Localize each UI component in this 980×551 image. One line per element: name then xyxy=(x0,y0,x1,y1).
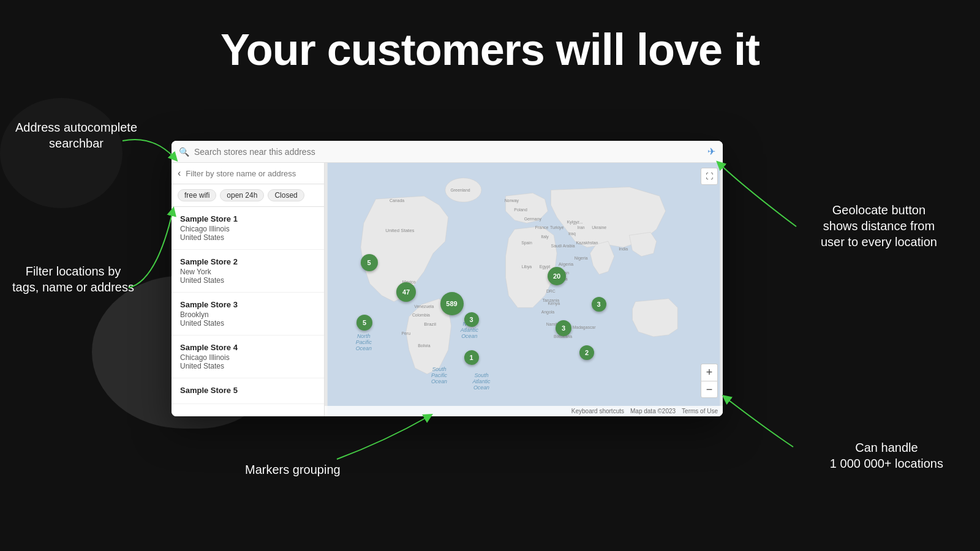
store-country-1: United States xyxy=(180,233,315,242)
store-item-4[interactable]: Sample Store 4 Chicago Illinois United S… xyxy=(172,335,324,378)
svg-text:Nigeria: Nigeria xyxy=(575,256,588,261)
svg-text:Ocean: Ocean xyxy=(356,345,372,351)
map-svg: North Pacific Ocean North Atlantic Ocean… xyxy=(325,163,723,416)
tag-free-wifi[interactable]: free wifi xyxy=(178,189,216,201)
geolocate-button[interactable]: ✈ xyxy=(707,146,715,157)
svg-text:Pacific: Pacific xyxy=(431,372,448,378)
annotation-autocomplete: Address autocompletesearchbar xyxy=(15,119,137,151)
marker-1[interactable]: 1 xyxy=(464,350,479,365)
svg-text:Spain: Spain xyxy=(521,241,532,246)
svg-text:Pacific: Pacific xyxy=(356,339,372,345)
svg-text:Ocean: Ocean xyxy=(461,333,477,339)
marker-20[interactable]: 20 xyxy=(548,267,566,285)
svg-text:Saudi Arabia: Saudi Arabia xyxy=(551,244,575,248)
svg-text:Kazakhstan: Kazakhstan xyxy=(576,241,598,245)
svg-text:Libya: Libya xyxy=(522,265,532,270)
store-city-3: Brooklyn xyxy=(180,310,315,319)
store-city-4: Chicago Illinois xyxy=(180,353,315,362)
svg-text:Brazil: Brazil xyxy=(424,321,436,327)
filter-input[interactable] xyxy=(186,169,318,178)
svg-text:South: South xyxy=(432,366,446,372)
svg-text:Ukraine: Ukraine xyxy=(592,225,606,230)
svg-text:Ocean: Ocean xyxy=(473,384,489,391)
annotation-filter: Filter locations bytags, name or address xyxy=(12,263,134,295)
sidebar-header: ‹ xyxy=(172,163,324,184)
filter-tags: free wifi open 24h Closed xyxy=(172,184,324,207)
store-item-2[interactable]: Sample Store 2 New York United States xyxy=(172,250,324,293)
store-country-4: United States xyxy=(180,362,315,370)
search-input[interactable] xyxy=(194,147,707,157)
svg-text:Norway: Norway xyxy=(505,198,519,203)
svg-text:Kylgyz...: Kylgyz... xyxy=(567,220,583,225)
svg-text:Ocean: Ocean xyxy=(431,378,447,384)
marker-3-africa[interactable]: 3 xyxy=(556,320,571,336)
marker-3-middle-east[interactable]: 3 xyxy=(592,297,606,312)
store-name-1: Sample Store 1 xyxy=(180,214,315,223)
tag-open-24h[interactable]: open 24h xyxy=(220,189,264,201)
store-name-3: Sample Store 3 xyxy=(180,300,315,309)
sidebar: ‹ free wifi open 24h Closed Sample Store… xyxy=(172,163,325,416)
app-window: 🔍 ✈ ‹ free wifi open 24h Closed Sample S… xyxy=(172,141,723,416)
store-country-2: United States xyxy=(180,276,315,285)
svg-text:Germany: Germany xyxy=(524,217,542,222)
svg-text:Angola: Angola xyxy=(541,310,555,315)
store-city-2: New York xyxy=(180,268,315,276)
store-item-5[interactable]: Sample Store 5 xyxy=(172,378,324,404)
marker-589[interactable]: 589 xyxy=(440,292,464,315)
main-title: Your customers will love it xyxy=(0,0,980,75)
svg-text:Italy: Italy xyxy=(541,234,549,239)
keyboard-shortcuts: Keyboard shortcuts xyxy=(571,408,624,414)
store-list: Sample Store 1 Chicago Illinois United S… xyxy=(172,207,324,416)
store-name-4: Sample Store 4 xyxy=(180,343,315,352)
store-city-1: Chicago Illinois xyxy=(180,225,315,233)
svg-text:Kenya: Kenya xyxy=(548,301,560,306)
map-data: Map data ©2023 xyxy=(630,408,676,414)
map-footer: Keyboard shortcuts Map data ©2023 Terms … xyxy=(325,406,723,416)
svg-text:Atlantic: Atlantic xyxy=(460,327,479,333)
marker-3-south-america[interactable]: 3 xyxy=(464,312,479,327)
store-country-3: United States xyxy=(180,319,315,328)
store-item-3[interactable]: Sample Store 3 Brooklyn United States xyxy=(172,293,324,335)
svg-text:United States: United States xyxy=(385,228,414,233)
search-bar-row: 🔍 ✈ xyxy=(172,141,723,163)
store-name-2: Sample Store 2 xyxy=(180,257,315,266)
content-area: ‹ free wifi open 24h Closed Sample Store… xyxy=(172,163,723,416)
svg-text:India: India xyxy=(619,247,628,251)
svg-text:Egypt: Egypt xyxy=(540,265,551,270)
svg-text:Peru: Peru xyxy=(402,331,411,335)
svg-text:Colombia: Colombia xyxy=(412,313,430,317)
annotation-geolocate: Geolocate buttonshows distance fromuser … xyxy=(821,202,937,250)
marker-2[interactable]: 2 xyxy=(579,345,594,360)
map-area: North Pacific Ocean North Atlantic Ocean… xyxy=(325,163,723,416)
svg-text:Greenland: Greenland xyxy=(450,188,470,192)
svg-text:Poland: Poland xyxy=(514,208,527,212)
svg-text:Iran: Iran xyxy=(578,225,585,230)
svg-text:Algeria: Algeria xyxy=(559,261,574,267)
svg-text:Turkiye: Turkiye xyxy=(550,225,564,230)
store-name-5: Sample Store 5 xyxy=(180,386,315,395)
svg-text:Canada: Canada xyxy=(390,198,404,203)
annotation-markers: Markers grouping xyxy=(245,462,341,478)
map-controls: ⛶ xyxy=(701,168,718,185)
svg-text:Iraq: Iraq xyxy=(568,231,576,236)
svg-text:South: South xyxy=(474,372,488,378)
terms-of-use: Terms of Use xyxy=(682,408,718,414)
marker-47[interactable]: 47 xyxy=(396,282,416,302)
svg-text:North: North xyxy=(357,333,371,339)
svg-text:Madagascar: Madagascar xyxy=(573,325,597,330)
back-button[interactable]: ‹ xyxy=(178,168,181,179)
zoom-out-button[interactable]: − xyxy=(701,381,718,398)
svg-text:France: France xyxy=(535,225,549,230)
svg-text:DRC: DRC xyxy=(546,289,556,293)
svg-text:Venezuela: Venezuela xyxy=(414,304,434,309)
zoom-controls: + − xyxy=(701,364,718,398)
search-icon: 🔍 xyxy=(179,147,189,157)
svg-text:Bolivia: Bolivia xyxy=(418,343,430,348)
annotation-scale: Can handle1 000 000+ locations xyxy=(830,440,943,471)
expand-button[interactable]: ⛶ xyxy=(701,168,718,185)
store-item-1[interactable]: Sample Store 1 Chicago Illinois United S… xyxy=(172,207,324,250)
marker-5-top[interactable]: 5 xyxy=(361,254,378,271)
tag-closed[interactable]: Closed xyxy=(268,189,304,201)
zoom-in-button[interactable]: + xyxy=(701,364,718,381)
svg-text:Atlantic: Atlantic xyxy=(472,378,491,384)
